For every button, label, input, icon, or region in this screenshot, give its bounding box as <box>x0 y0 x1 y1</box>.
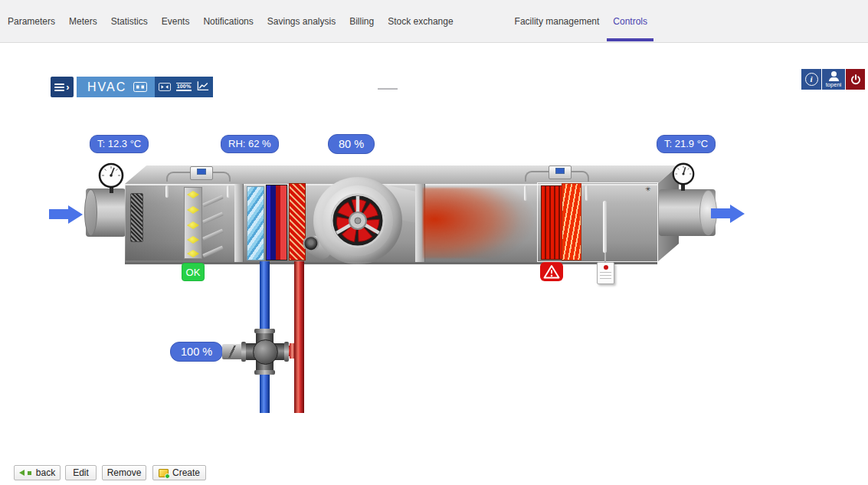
intake-grill <box>130 193 143 242</box>
chamber-partition <box>234 184 244 262</box>
username-label: topeni <box>826 81 841 88</box>
exhaust-temp-chip[interactable]: T: 21.9 °C <box>657 135 716 153</box>
cooling-coil[interactable] <box>266 185 287 261</box>
collapsed-element-dash <box>378 88 398 90</box>
pre-filter[interactable] <box>247 186 264 261</box>
humidity-chip[interactable]: RH: 62 % <box>221 135 279 153</box>
fit-view-icon[interactable] <box>159 80 171 94</box>
sensor-display <box>555 168 565 174</box>
info-icon: i <box>805 73 818 86</box>
user-button[interactable]: topeni <box>822 69 845 90</box>
heating-coil[interactable] <box>289 183 306 261</box>
filter-cell-icon <box>187 236 199 244</box>
scheme-title: HVAC <box>77 77 126 97</box>
back-arrow-icon <box>19 470 25 476</box>
exhaust-duct <box>659 189 716 236</box>
scheme-toolbar: 100% <box>155 77 213 97</box>
tab-facility-management[interactable]: Facility management <box>515 0 600 42</box>
user-icon <box>831 71 837 77</box>
sensor-tube <box>165 185 169 198</box>
chart-icon[interactable] <box>197 80 209 94</box>
electric-heater-coil[interactable] <box>562 183 581 261</box>
back-button[interactable]: back <box>14 465 61 480</box>
scheme-title-section: HVAC <box>77 77 155 97</box>
exhaust-pressure-gauge[interactable] <box>672 162 695 185</box>
valve-actuator <box>222 344 243 359</box>
heater-alarm-badge[interactable] <box>540 262 563 281</box>
warning-triangle-icon <box>543 264 560 279</box>
chevron-right-icon: › <box>66 82 69 92</box>
zoom-100-icon[interactable]: 100% <box>176 83 192 91</box>
exhaust-air-arrow-icon <box>711 208 730 218</box>
tab-stock-exchange[interactable]: Stock exchange <box>388 0 453 42</box>
tab-billing[interactable]: Billing <box>349 0 374 42</box>
filter-cell-icon <box>187 221 199 229</box>
sensor-display <box>197 169 206 175</box>
filter-cell-icon <box>187 191 199 198</box>
intake-pressure-gauge[interactable] <box>98 162 124 188</box>
power-icon <box>850 74 862 86</box>
supply-temp-chip[interactable]: T: 12.3 °C <box>90 135 149 153</box>
edit-label: Edit <box>73 467 89 478</box>
mixing-valve[interactable] <box>253 339 278 365</box>
tab-statistics[interactable]: Statistics <box>111 0 148 42</box>
package-icon <box>159 469 169 477</box>
sensor-tube <box>227 185 230 198</box>
heater-pressure-sensor[interactable] <box>549 165 572 179</box>
remove-label: Remove <box>107 467 142 478</box>
thermostat-led <box>604 265 608 270</box>
supply-fan[interactable] <box>330 193 385 248</box>
tab-notifications[interactable]: Notifications <box>203 0 253 42</box>
filter-pressure-sensor[interactable] <box>190 166 213 180</box>
filter-cell-icon <box>187 250 199 257</box>
hot-water-pipe <box>294 261 304 413</box>
display-mode-icon[interactable] <box>133 82 147 92</box>
hamburger-icon <box>54 84 64 91</box>
intake-duct <box>86 188 126 237</box>
create-label: Create <box>172 467 200 478</box>
tab-controls[interactable]: Controls <box>613 0 647 42</box>
info-button[interactable]: i <box>801 69 821 90</box>
small-fan-icon: ✳ <box>645 185 651 193</box>
logout-button[interactable] <box>846 69 865 90</box>
valve-position-chip[interactable]: 100 % <box>170 342 223 362</box>
tab-savings-analysis[interactable]: Savings analysis <box>267 0 336 42</box>
fan-speed-chip[interactable]: 80 % <box>328 134 375 154</box>
create-button[interactable]: Create <box>152 465 206 480</box>
intake-air-arrow-icon <box>49 209 68 219</box>
scheme-menu-button[interactable]: › <box>51 77 74 97</box>
thermostat-device[interactable] <box>597 262 614 284</box>
filter-baffles <box>202 190 225 259</box>
tab-meters[interactable]: Meters <box>69 0 97 42</box>
electric-heater-bars[interactable] <box>541 185 562 260</box>
temperature-probe <box>603 201 607 253</box>
heated-air-glow <box>423 188 538 258</box>
edit-button[interactable]: Edit <box>65 465 97 480</box>
filter-status-badge[interactable]: OK <box>182 263 205 281</box>
tab-parameters[interactable]: Parameters <box>8 0 55 42</box>
tab-events[interactable]: Events <box>162 0 190 42</box>
filter-cell-icon <box>187 206 199 214</box>
back-label: back <box>36 467 55 478</box>
air-filter[interactable] <box>184 187 202 259</box>
top-nav: Parameters Meters Statistics Events Noti… <box>0 0 868 43</box>
scheme-title-bar: HVAC 100% <box>77 77 213 97</box>
remove-button[interactable]: Remove <box>102 465 146 480</box>
